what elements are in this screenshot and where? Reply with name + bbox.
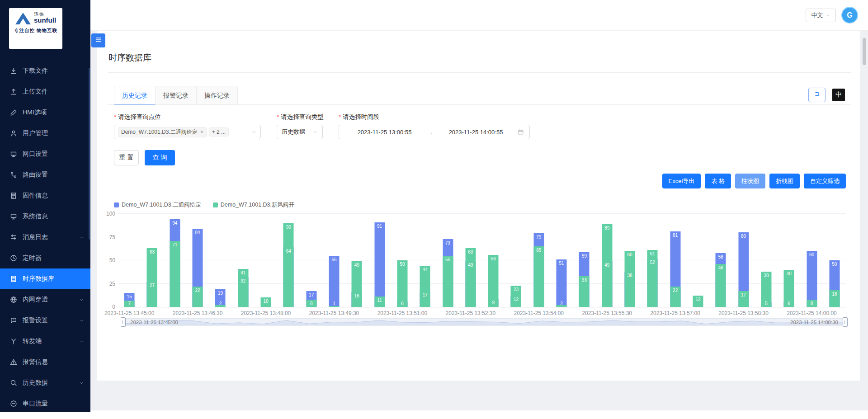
bar-group-0[interactable]: 157 [118, 214, 141, 307]
bar-value-label: 6 [387, 301, 417, 306]
bar-group-2[interactable]: 9471 [164, 214, 186, 307]
required-mark: * [277, 113, 279, 120]
bar-value-label: 71 [160, 242, 190, 247]
bar-series-1 [533, 246, 544, 307]
bar-value-label: 49 [592, 263, 622, 268]
bar-series-1 [397, 260, 407, 307]
excel-export-button[interactable]: Excel导出 [662, 174, 701, 188]
bar-value-label: 50 [387, 262, 417, 267]
bar-value-label: 17 [410, 292, 440, 297]
sidebar-item-1[interactable]: 上传文件 [0, 81, 90, 102]
bar-group-23[interactable]: 5261 [641, 214, 664, 307]
top-header: 中文 G [90, 0, 868, 31]
legend-item-0[interactable]: Demo_W7.1001.D3.二通阀给定 [114, 201, 201, 209]
chevron-down-icon [312, 129, 318, 135]
hamburger-icon [95, 36, 102, 45]
sidebar-collapse-button[interactable] [91, 33, 105, 47]
tab-1[interactable]: 报警记录 [156, 86, 197, 105]
datazoom-left-handle[interactable] [121, 317, 126, 327]
sidebar-item-7[interactable]: 系统信息 [0, 206, 90, 227]
bar-value-label: 73 [433, 240, 462, 245]
legend-item-1[interactable]: Demo_W7.1001.D3.新风阀开 [213, 201, 294, 209]
tab-bar: 历史记录报警记录操作记录 [114, 86, 238, 105]
bar-group-21[interactable]: 4989 [596, 214, 618, 307]
sidebar-item-5[interactable]: 路由设置 [0, 165, 90, 185]
sidebar-item-13[interactable]: 转发端 [0, 331, 90, 352]
query-points-multiselect[interactable]: Demo_W7.1001.D3.二通阀给定 × + 2 ... [114, 125, 261, 139]
sidebar-item-8[interactable]: 消息日志 [0, 227, 90, 248]
route-icon [10, 171, 18, 179]
bar-value-label: 10 [251, 299, 281, 304]
query-button[interactable]: 查 询 [145, 150, 175, 165]
bar-group-29[interactable]: 640 [778, 214, 800, 307]
selected-point-tag: Demo_W7.1001.D3.二通阀给定 × [118, 127, 207, 137]
sidebar-item-0[interactable]: 下载文件 [0, 61, 90, 81]
bar-series-1 [443, 256, 453, 307]
x-axis-tick-label: 2023-11-25 14:00:00 [787, 310, 837, 316]
datazoom-right-handle[interactable] [843, 317, 848, 327]
sidebar-item-label: 上传文件 [23, 88, 48, 96]
vertical-scrollbar-thumb[interactable] [863, 38, 866, 65]
bar-group-19[interactable]: 512 [550, 214, 573, 307]
sidebar-item-2[interactable]: HMI选项 [0, 102, 90, 123]
tag-close-icon[interactable]: × [200, 129, 203, 135]
sidebar-item-label: 下载文件 [23, 67, 48, 75]
sidebar-item-10[interactable]: 时序数据库 [0, 268, 90, 289]
bar-chart-button[interactable]: 柱状图 [735, 174, 765, 188]
avatar-label: G [847, 11, 852, 19]
sidebar-item-6[interactable]: 固件信息 [0, 185, 90, 206]
bar-series-1 [625, 251, 635, 307]
chinese-toggle-button[interactable]: 中 [832, 89, 845, 101]
user-icon [10, 130, 18, 137]
nat-icon [10, 296, 18, 303]
bar-value-label: 23 [501, 287, 531, 292]
sidebar-item-15[interactable]: 历史数据 [0, 372, 90, 393]
table-view-button[interactable]: 表 格 [705, 174, 731, 188]
sidebar-item-12[interactable]: 报警设置 [0, 310, 90, 331]
bar-value-label: 12 [683, 297, 713, 302]
collapse-panel-button[interactable] [808, 88, 826, 102]
x-axis-tick-label: 2023-11-25 13:57:00 [650, 310, 700, 316]
bar-value-label: 7 [114, 301, 144, 306]
reset-button[interactable]: 重 置 [114, 150, 139, 165]
more-points-tag[interactable]: + 2 ... [209, 127, 229, 137]
sidebar-item-4[interactable]: 网口设置 [0, 144, 90, 165]
sidebar-item-3[interactable]: 用户管理 [0, 123, 90, 144]
sidebar-scrollbar[interactable] [89, 68, 90, 240]
sidebar: 迅饶 sunfull 专注自控 物物互联 下载文件上传文件HMI选项用户管理网口… [0, 0, 90, 412]
datazoom-slider[interactable]: 2023-11-25 13:45:00 2023-11-25 14:00:30 [123, 318, 846, 326]
sidebar-item-14[interactable]: 报警信息 [0, 352, 90, 372]
query-type-select[interactable]: 历史数据 [277, 125, 323, 139]
sidebar-item-label: 报警信息 [23, 358, 48, 366]
sidebar-item-label: 定时器 [23, 254, 42, 262]
sidebar-item-label: 路由设置 [23, 171, 48, 179]
bar-value-label: 17 [297, 292, 326, 297]
bar-group-25[interactable]: 12 [687, 214, 709, 307]
bar-group-1[interactable]: 2763 [141, 214, 163, 307]
sidebar-item-11[interactable]: 内网穿透 [0, 289, 90, 310]
chevron-down-icon [79, 235, 84, 240]
sidebar-item-16[interactable]: 串口流量 [0, 393, 90, 412]
bar-series-0 [807, 251, 817, 307]
bar-group-4[interactable]: 192 [209, 214, 231, 307]
line-chart-button[interactable]: 折线图 [769, 174, 800, 188]
avatar[interactable]: G [841, 7, 858, 24]
x-axis-tick-label: 2023-11-25 13:45:00 [104, 310, 155, 316]
sidebar-item-label: 时序数据库 [23, 275, 54, 283]
bar-group-16[interactable]: 956 [482, 214, 505, 307]
bar-group-27[interactable]: 8017 [732, 214, 755, 307]
time-range-picker[interactable]: 2023-11-25 13:00:55 → 2023-11-25 14:00:5… [339, 125, 530, 139]
sidebar-item-label: 消息日志 [23, 233, 48, 241]
language-select[interactable]: 中文 [806, 9, 836, 22]
tab-0[interactable]: 历史记录 [114, 86, 156, 105]
tab-2[interactable]: 操作记录 [197, 86, 238, 105]
custom-filter-button[interactable]: 自定义筛选 [804, 174, 846, 188]
bar-value-label: 17 [728, 292, 758, 297]
bar-group-31[interactable]: 5018 [823, 214, 846, 307]
sidebar-item-label: 固件信息 [23, 192, 48, 200]
sidebar-item-label: 内网穿透 [23, 296, 48, 304]
y-axis-tick-label: 100 [100, 211, 115, 217]
range-end-value[interactable]: 2023-11-25 14:00:55 [436, 129, 516, 136]
sidebar-item-9[interactable]: 定时器 [0, 248, 90, 268]
range-start-value[interactable]: 2023-11-25 13:00:55 [344, 129, 425, 136]
